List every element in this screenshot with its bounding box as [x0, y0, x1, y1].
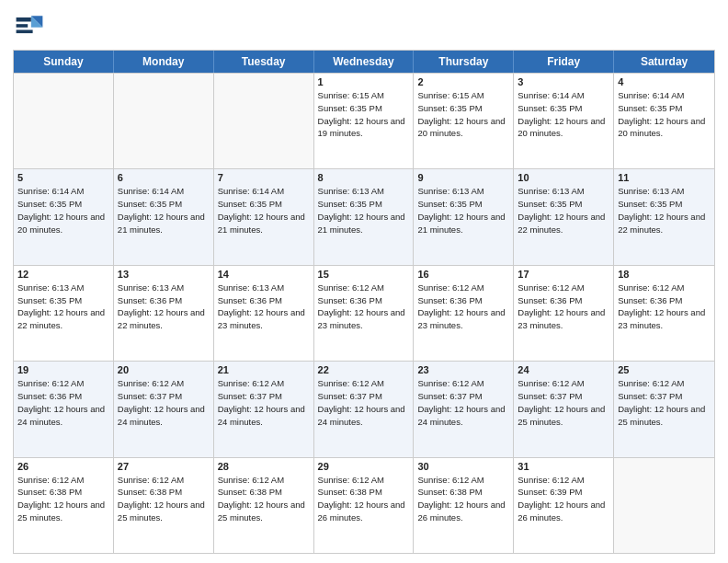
day-number: 7 — [218, 172, 310, 183]
day-number: 17 — [518, 269, 609, 280]
sun-info: Sunrise: 6:13 AMSunset: 6:35 PMDaylight:… — [318, 185, 410, 236]
day-number: 8 — [318, 172, 410, 183]
day-number: 28 — [218, 461, 310, 472]
calendar-header-friday: Friday — [514, 51, 614, 73]
calendar-cell-day-6: 6Sunrise: 6:14 AMSunset: 6:35 PMDaylight… — [114, 169, 214, 264]
logo-icon — [13, 9, 46, 42]
sun-info: Sunrise: 6:12 AMSunset: 6:36 PMDaylight:… — [618, 282, 711, 332]
calendar-week-3: 12Sunrise: 6:13 AMSunset: 6:35 PMDayligh… — [14, 265, 714, 361]
calendar-cell-empty — [14, 74, 114, 168]
day-number: 26 — [17, 461, 109, 472]
day-number: 25 — [618, 364, 711, 375]
calendar-cell-empty — [114, 74, 214, 168]
day-number: 14 — [218, 269, 310, 280]
calendar-cell-day-25: 25Sunrise: 6:12 AMSunset: 6:37 PMDayligh… — [614, 362, 714, 456]
calendar-cell-day-18: 18Sunrise: 6:12 AMSunset: 6:36 PMDayligh… — [614, 266, 714, 361]
calendar-week-1: 1Sunrise: 6:15 AMSunset: 6:35 PMDaylight… — [14, 73, 714, 168]
day-number: 3 — [518, 76, 609, 87]
calendar-cell-day-20: 20Sunrise: 6:12 AMSunset: 6:37 PMDayligh… — [114, 362, 214, 456]
sun-info: Sunrise: 6:12 AMSunset: 6:37 PMDaylight:… — [218, 377, 310, 428]
calendar-header-thursday: Thursday — [414, 51, 514, 73]
day-number: 10 — [518, 172, 609, 183]
logo — [13, 9, 50, 42]
calendar-cell-empty — [614, 458, 714, 553]
calendar-cell-day-22: 22Sunrise: 6:12 AMSunset: 6:37 PMDayligh… — [314, 362, 415, 456]
calendar-week-4: 19Sunrise: 6:12 AMSunset: 6:36 PMDayligh… — [14, 361, 714, 456]
calendar-week-2: 5Sunrise: 6:14 AMSunset: 6:35 PMDaylight… — [14, 168, 714, 264]
calendar-body: 1Sunrise: 6:15 AMSunset: 6:35 PMDaylight… — [14, 73, 714, 553]
svg-rect-4 — [17, 24, 28, 28]
header — [13, 9, 715, 42]
calendar-header-monday: Monday — [114, 51, 214, 73]
sun-info: Sunrise: 6:12 AMSunset: 6:36 PMDaylight:… — [17, 377, 109, 428]
sun-info: Sunrise: 6:14 AMSunset: 6:35 PMDaylight:… — [618, 89, 711, 140]
calendar-cell-day-17: 17Sunrise: 6:12 AMSunset: 6:36 PMDayligh… — [514, 266, 614, 361]
sun-info: Sunrise: 6:13 AMSunset: 6:35 PMDaylight:… — [17, 282, 109, 332]
calendar-cell-day-11: 11Sunrise: 6:13 AMSunset: 6:35 PMDayligh… — [614, 169, 714, 264]
day-number: 15 — [318, 269, 410, 280]
calendar-cell-empty — [214, 74, 314, 168]
calendar-header-wednesday: Wednesday — [314, 51, 415, 73]
sun-info: Sunrise: 6:12 AMSunset: 6:36 PMDaylight:… — [417, 282, 509, 332]
sun-info: Sunrise: 6:13 AMSunset: 6:35 PMDaylight:… — [417, 185, 509, 236]
day-number: 13 — [118, 269, 210, 280]
day-number: 29 — [318, 461, 410, 472]
calendar-cell-day-2: 2Sunrise: 6:15 AMSunset: 6:35 PMDaylight… — [414, 74, 514, 168]
sun-info: Sunrise: 6:12 AMSunset: 6:37 PMDaylight:… — [417, 377, 509, 428]
calendar-cell-day-19: 19Sunrise: 6:12 AMSunset: 6:36 PMDayligh… — [14, 362, 114, 456]
sun-info: Sunrise: 6:13 AMSunset: 6:36 PMDaylight:… — [218, 282, 310, 332]
calendar: SundayMondayTuesdayWednesdayThursdayFrid… — [13, 50, 715, 554]
sun-info: Sunrise: 6:12 AMSunset: 6:37 PMDaylight:… — [118, 377, 210, 428]
calendar-header-sunday: Sunday — [14, 51, 114, 73]
calendar-header-tuesday: Tuesday — [214, 51, 314, 73]
day-number: 9 — [417, 172, 509, 183]
calendar-cell-day-13: 13Sunrise: 6:13 AMSunset: 6:36 PMDayligh… — [114, 266, 214, 361]
day-number: 18 — [618, 269, 711, 280]
sun-info: Sunrise: 6:15 AMSunset: 6:35 PMDaylight:… — [318, 89, 410, 140]
calendar-cell-day-15: 15Sunrise: 6:12 AMSunset: 6:36 PMDayligh… — [314, 266, 415, 361]
day-number: 6 — [118, 172, 210, 183]
calendar-header-saturday: Saturday — [614, 51, 714, 73]
sun-info: Sunrise: 6:14 AMSunset: 6:35 PMDaylight:… — [118, 185, 210, 236]
svg-rect-5 — [17, 30, 33, 34]
sun-info: Sunrise: 6:13 AMSunset: 6:35 PMDaylight:… — [518, 185, 609, 236]
sun-info: Sunrise: 6:14 AMSunset: 6:35 PMDaylight:… — [17, 185, 109, 236]
svg-rect-3 — [17, 17, 31, 22]
calendar-cell-day-4: 4Sunrise: 6:14 AMSunset: 6:35 PMDaylight… — [614, 74, 714, 168]
day-number: 19 — [17, 364, 109, 375]
calendar-cell-day-30: 30Sunrise: 6:12 AMSunset: 6:38 PMDayligh… — [414, 458, 514, 553]
calendar-cell-day-16: 16Sunrise: 6:12 AMSunset: 6:36 PMDayligh… — [414, 266, 514, 361]
sun-info: Sunrise: 6:13 AMSunset: 6:35 PMDaylight:… — [618, 185, 711, 236]
day-number: 12 — [17, 269, 109, 280]
calendar-cell-day-26: 26Sunrise: 6:12 AMSunset: 6:38 PMDayligh… — [14, 458, 114, 553]
calendar-cell-day-29: 29Sunrise: 6:12 AMSunset: 6:38 PMDayligh… — [314, 458, 415, 553]
sun-info: Sunrise: 6:14 AMSunset: 6:35 PMDaylight:… — [218, 185, 310, 236]
calendar-cell-day-3: 3Sunrise: 6:14 AMSunset: 6:35 PMDaylight… — [514, 74, 614, 168]
sun-info: Sunrise: 6:12 AMSunset: 6:39 PMDaylight:… — [518, 474, 609, 524]
calendar-page: SundayMondayTuesdayWednesdayThursdayFrid… — [0, 0, 728, 563]
calendar-week-5: 26Sunrise: 6:12 AMSunset: 6:38 PMDayligh… — [14, 457, 714, 553]
sun-info: Sunrise: 6:12 AMSunset: 6:37 PMDaylight:… — [318, 377, 410, 428]
calendar-cell-day-28: 28Sunrise: 6:12 AMSunset: 6:38 PMDayligh… — [214, 458, 314, 553]
day-number: 23 — [417, 364, 509, 375]
day-number: 20 — [118, 364, 210, 375]
sun-info: Sunrise: 6:12 AMSunset: 6:38 PMDaylight:… — [17, 474, 109, 524]
sun-info: Sunrise: 6:13 AMSunset: 6:36 PMDaylight:… — [118, 282, 210, 332]
sun-info: Sunrise: 6:14 AMSunset: 6:35 PMDaylight:… — [518, 89, 609, 140]
calendar-cell-day-31: 31Sunrise: 6:12 AMSunset: 6:39 PMDayligh… — [514, 458, 614, 553]
day-number: 22 — [318, 364, 410, 375]
day-number: 31 — [518, 461, 609, 472]
calendar-cell-day-5: 5Sunrise: 6:14 AMSunset: 6:35 PMDaylight… — [14, 169, 114, 264]
sun-info: Sunrise: 6:12 AMSunset: 6:36 PMDaylight:… — [318, 282, 410, 332]
calendar-cell-day-10: 10Sunrise: 6:13 AMSunset: 6:35 PMDayligh… — [514, 169, 614, 264]
sun-info: Sunrise: 6:15 AMSunset: 6:35 PMDaylight:… — [417, 89, 509, 140]
sun-info: Sunrise: 6:12 AMSunset: 6:37 PMDaylight:… — [518, 377, 609, 428]
calendar-cell-day-27: 27Sunrise: 6:12 AMSunset: 6:38 PMDayligh… — [114, 458, 214, 553]
day-number: 16 — [417, 269, 509, 280]
day-number: 21 — [218, 364, 310, 375]
day-number: 2 — [417, 76, 509, 87]
sun-info: Sunrise: 6:12 AMSunset: 6:38 PMDaylight:… — [417, 474, 509, 524]
day-number: 30 — [417, 461, 509, 472]
calendar-cell-day-9: 9Sunrise: 6:13 AMSunset: 6:35 PMDaylight… — [414, 169, 514, 264]
calendar-cell-day-12: 12Sunrise: 6:13 AMSunset: 6:35 PMDayligh… — [14, 266, 114, 361]
